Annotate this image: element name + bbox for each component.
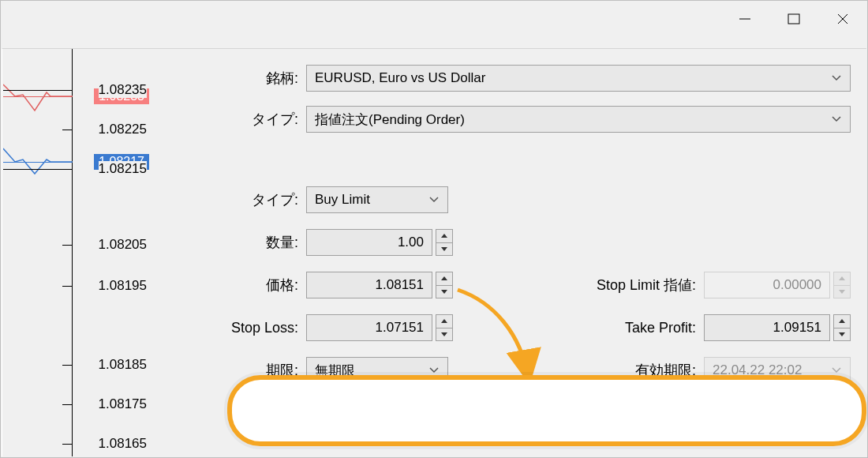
chevron-down-icon [425,358,443,383]
price-input[interactable]: 1.08151 [306,272,453,298]
order-form: 銘柄: EURUSD, Euro vs US Dollar タイプ: 指値注文(… [148,49,866,456]
price-value[interactable]: 1.08151 [306,272,432,298]
comment-input[interactable] [306,400,851,426]
chevron-down-icon [828,66,845,91]
expiration-kind-select[interactable]: 無期限 [306,357,448,384]
takeprofit-input[interactable]: 1.09151 [704,314,851,341]
price-step-down[interactable] [436,286,453,299]
price-step-up[interactable] [436,272,453,286]
window-titlebar [1,1,867,48]
stoploss-value[interactable]: 1.07151 [306,314,432,341]
pending-type-select[interactable]: Buy Limit [306,186,448,213]
expiration-time-value: 22.04.22 22:02 [713,362,802,378]
maximize-button[interactable] [769,1,818,36]
yaxis-tick-label: 1.08235 [99,82,147,98]
yaxis-tick-label: 1.08195 [99,278,147,294]
minimize-button[interactable] [720,1,769,36]
volume-value[interactable]: 1.00 [306,229,432,256]
stoplimit-step-up [833,272,851,286]
expiration-time-label: 有効期限: [570,361,704,380]
stoploss-input[interactable]: 1.07151 [306,314,453,341]
close-button[interactable] [818,1,867,36]
stoplimit-value: 0.00000 [704,272,830,298]
comment-label: コメント: [148,404,306,422]
yaxis-tick-label: 1.08215 [99,161,147,177]
symbol-label: 銘柄: [148,69,306,88]
stoploss-step-down[interactable] [436,328,453,342]
yaxis-tick-label: 1.08165 [99,436,147,452]
volume-label: 数量: [148,233,306,252]
symbol-value: EURUSD, Euro vs US Dollar [315,70,485,86]
symbol-select[interactable]: EURUSD, Euro vs US Dollar [306,65,851,92]
stoplimit-step-down [833,286,851,299]
yaxis-tick-label: 1.08175 [99,396,147,412]
yaxis-tick-label: 1.08225 [99,122,147,137]
volume-step-up[interactable] [436,229,453,243]
expiration-kind-label: 期限: [148,361,306,380]
order-kind-label: タイプ: [148,110,306,129]
order-window: 1.08233 1.08217 1.08235 1.08225 1.08215 … [0,0,868,458]
expiration-time-select: 22.04.22 22:02 [704,357,851,384]
chevron-down-icon [828,107,845,132]
volume-step-down[interactable] [436,243,453,257]
volume-input[interactable]: 1.00 [306,229,453,256]
order-kind-value: 指値注文(Pending Order) [315,111,465,129]
takeprofit-label: Take Profit: [570,320,704,336]
stoploss-label: Stop Loss: [148,320,306,336]
tick-chart: 1.08233 1.08217 1.08235 1.08225 1.08215 … [3,49,149,456]
yaxis-tick-label: 1.08185 [99,357,147,373]
expiration-kind-value: 無期限 [315,362,355,380]
yaxis-tick-label: 1.08205 [99,237,147,253]
svg-rect-1 [788,14,799,24]
chevron-down-icon [425,187,443,212]
pending-type-value: Buy Limit [315,192,370,208]
chevron-down-icon [828,358,845,383]
stoploss-step-up[interactable] [436,314,453,328]
takeprofit-step-down[interactable] [833,328,851,342]
takeprofit-step-up[interactable] [833,314,851,328]
stoplimit-label: Stop Limit 指値: [570,276,704,295]
stoplimit-input: 0.00000 [704,272,851,298]
price-label: 価格: [148,276,306,295]
takeprofit-value[interactable]: 1.09151 [704,314,830,341]
order-kind-select[interactable]: 指値注文(Pending Order) [306,106,851,133]
pending-type-label: タイプ: [148,190,306,209]
